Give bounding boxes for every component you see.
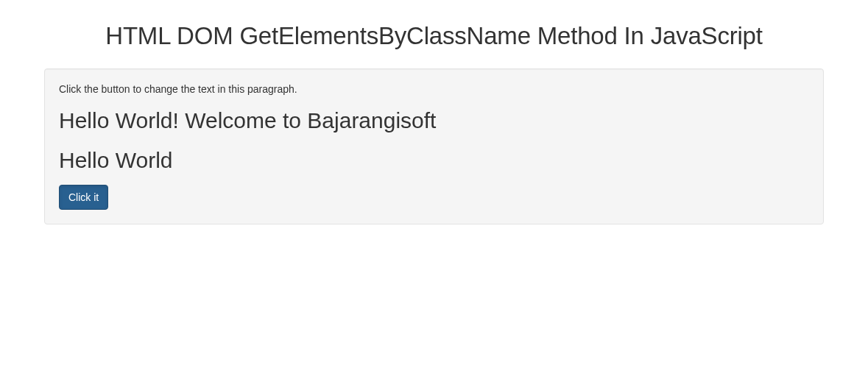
instruction-text: Click the button to change the text in t…: [59, 83, 809, 95]
heading-hello-welcome: Hello World! Welcome to Bajarangisoft: [59, 108, 809, 133]
content-well: Click the button to change the text in t…: [44, 68, 824, 224]
click-it-button[interactable]: Click it: [59, 185, 108, 210]
heading-hello-world: Hello World: [59, 148, 809, 173]
page-title: HTML DOM GetElementsByClassName Method I…: [44, 22, 824, 50]
